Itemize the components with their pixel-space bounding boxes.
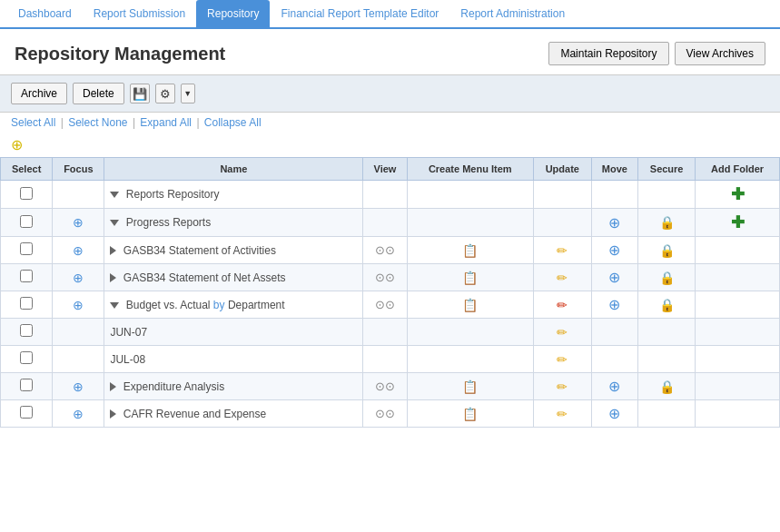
expand-collapse-icon[interactable] [110, 409, 116, 419]
header-buttons: Maintain Repository View Archives [548, 42, 765, 65]
lock-icon[interactable]: 🔒 [659, 379, 675, 394]
create-menu-item-icon[interactable]: 📋 [462, 407, 478, 421]
row-name-link[interactable]: GASB34 Statement of Activities [123, 244, 276, 257]
move-icon[interactable]: ⊕ [608, 215, 620, 231]
view-icon[interactable]: ⊙⊙ [375, 298, 395, 311]
move-icon[interactable]: ⊕ [608, 270, 620, 285]
row-name-cell: GASB34 Statement of Activities [104, 237, 363, 264]
expand-collapse-icon[interactable] [110, 220, 119, 226]
table-row: ⊕ Progress Reports ⊕ 🔒 ✚ [1, 209, 780, 237]
delete-button[interactable]: Delete [73, 83, 124, 104]
table-row: Reports Repository ✚ [1, 181, 780, 209]
focus-crosshair-icon[interactable]: ⊕ [73, 243, 84, 258]
create-menu-item-icon[interactable]: 📋 [462, 298, 478, 312]
update-pencil-icon[interactable]: ✏ [557, 352, 568, 367]
table-row: JUN-07 ✏ [1, 319, 780, 346]
lock-icon[interactable]: 🔒 [659, 215, 675, 230]
update-pencil-icon[interactable]: ✏ [557, 379, 568, 394]
select-all-link[interactable]: Select All [11, 116, 55, 129]
lock-icon[interactable]: 🔒 [659, 271, 675, 285]
update-pencil-icon[interactable]: ✏ [557, 271, 568, 285]
select-none-link[interactable]: Select None [68, 116, 127, 129]
lock-icon[interactable]: 🔒 [659, 243, 675, 258]
focus-crosshair-icon[interactable]: ⊕ [73, 298, 84, 312]
add-folder-icon[interactable]: ✚ [731, 213, 745, 232]
expand-collapse-icon[interactable] [110, 302, 119, 309]
row-name-link[interactable]: JUL-08 [110, 353, 145, 366]
collapse-all-link[interactable]: Collapse All [204, 116, 262, 129]
row-name-link[interactable]: Progress Reports [126, 216, 211, 229]
col-header-add-folder: Add Folder [696, 158, 780, 181]
maintain-repository-button[interactable]: Maintain Repository [548, 42, 668, 65]
nav-report-administration[interactable]: Report Administration [449, 0, 576, 29]
col-header-move: Move [591, 158, 637, 181]
row-name-link[interactable]: GASB34 Statement of Net Assets [123, 271, 286, 284]
view-icon[interactable]: ⊙⊙ [375, 379, 395, 393]
row-checkbox[interactable] [20, 187, 33, 200]
row-name-cell: JUL-08 [104, 346, 363, 373]
table-row: ⊕ GASB34 Statement of Net Assets ⊙⊙ 📋 ✏ … [1, 264, 780, 291]
row-checkbox[interactable] [20, 270, 33, 282]
update-pencil-icon[interactable]: ✏ [557, 325, 568, 340]
archive-button[interactable]: Archive [11, 83, 67, 104]
nav-dashboard[interactable]: Dashboard [7, 0, 83, 29]
move-icon[interactable]: ⊕ [608, 242, 620, 258]
row-name-link-blue[interactable]: by [213, 299, 225, 311]
row-checkbox[interactable] [20, 297, 33, 310]
nav-repository[interactable]: Repository [196, 0, 270, 29]
nav-financial-report-template-editor[interactable]: Financial Report Template Editor [270, 0, 449, 29]
dropdown-arrow-button[interactable]: ▼ [181, 84, 195, 103]
view-icon[interactable]: ⊙⊙ [375, 271, 395, 284]
update-pencil-icon[interactable]: ✏ [557, 243, 568, 258]
create-menu-item-icon[interactable]: 📋 [462, 379, 478, 394]
row-name-link[interactable]: Budget vs. Actual [126, 299, 213, 311]
row-name-link[interactable]: CAFR Revenue and Expense [123, 408, 266, 420]
floppy-disk-icon: 💾 [133, 87, 147, 101]
move-icon[interactable]: ⊕ [608, 406, 620, 421]
row-name-link[interactable]: JUN-07 [110, 326, 147, 339]
view-icon[interactable]: ⊙⊙ [375, 407, 395, 420]
table-row: ⊕ Budget vs. Actual by Department ⊙⊙ 📋 ✏… [1, 291, 780, 319]
row-checkbox[interactable] [20, 379, 33, 391]
expand-collapse-icon[interactable] [110, 246, 116, 255]
move-icon[interactable]: ⊕ [608, 297, 620, 312]
view-icon[interactable]: ⊙⊙ [375, 243, 395, 257]
row-checkbox[interactable] [20, 242, 33, 255]
add-folder-icon[interactable]: ✚ [731, 185, 745, 203]
page-title: Repository Management [15, 44, 225, 64]
col-header-select: Select [1, 158, 53, 181]
toolbar-section: Archive Delete 💾 ⚙ ▼ [0, 74, 780, 113]
focus-crosshair-icon[interactable]: ⊕ [73, 379, 84, 394]
row-name-link[interactable]: Expenditure Analysis [123, 380, 224, 393]
create-menu-item-icon[interactable]: 📋 [462, 243, 478, 258]
create-menu-item-icon[interactable]: 📋 [462, 271, 478, 285]
row-name-link[interactable]: Reports Repository [126, 188, 220, 201]
move-icon[interactable]: ⊕ [608, 379, 620, 394]
focus-crosshair-icon[interactable]: ⊕ [73, 271, 84, 285]
row-checkbox[interactable] [20, 324, 33, 337]
row-checkbox[interactable] [20, 215, 33, 228]
update-pencil-icon[interactable]: ✏ [557, 407, 568, 421]
gear-icon: ⚙ [160, 87, 171, 101]
focus-crosshair-icon[interactable]: ⊕ [73, 407, 84, 421]
row-checkbox[interactable] [20, 351, 33, 364]
focus-crosshair-icon[interactable]: ⊕ [73, 215, 84, 230]
settings-icon-button[interactable]: ⚙ [155, 84, 175, 103]
expand-collapse-icon[interactable] [110, 382, 116, 391]
col-header-focus: Focus [53, 158, 104, 181]
table-row: JUL-08 ✏ [1, 346, 780, 373]
view-archives-button[interactable]: View Archives [675, 42, 765, 65]
row-name-cell: Reports Repository [104, 181, 363, 209]
floppy-icon[interactable]: 💾 [130, 84, 150, 103]
row-name-cell: Expenditure Analysis [104, 373, 363, 400]
nav-report-submission[interactable]: Report Submission [83, 0, 196, 29]
update-pencil-icon[interactable]: ✏ [557, 298, 568, 312]
expand-collapse-icon[interactable] [110, 273, 116, 282]
lock-icon[interactable]: 🔒 [659, 298, 675, 312]
row-checkbox[interactable] [20, 406, 33, 419]
top-navigation: Dashboard Report Submission Repository F… [0, 0, 780, 29]
expand-collapse-icon[interactable] [110, 192, 119, 198]
drag-handle-icon[interactable]: ⊕ [11, 137, 23, 153]
expand-all-link[interactable]: Expand All [140, 116, 192, 129]
page-header: Repository Management Maintain Repositor… [0, 29, 780, 74]
